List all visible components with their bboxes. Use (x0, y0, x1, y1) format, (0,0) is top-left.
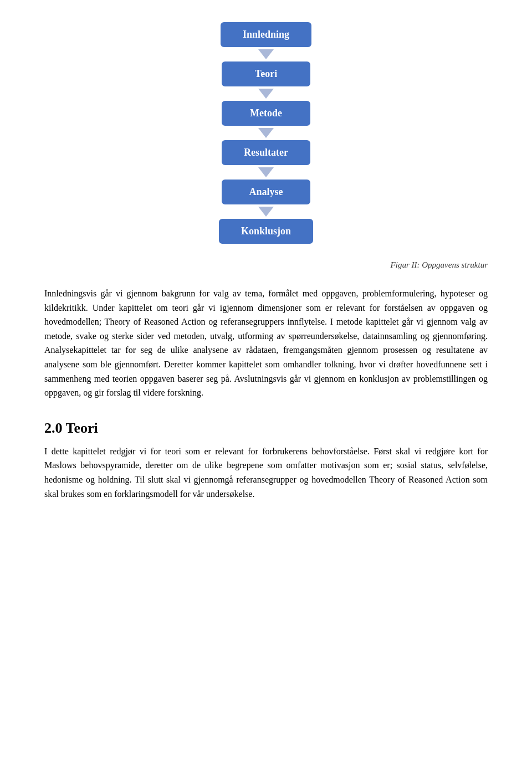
flowchart: InnledningTeoriMetodeResultaterAnalyseKo… (44, 22, 488, 244)
figure-caption: Figur II: Oppgavens struktur (44, 260, 488, 270)
flow-arrow-1 (258, 89, 274, 99)
flow-arrow-3 (258, 167, 274, 177)
intro-paragraph: Innledningsvis går vi gjennom bakgrunn f… (44, 286, 488, 400)
flow-arrow-4 (258, 207, 274, 217)
flow-arrow-2 (258, 128, 274, 138)
flow-box-0: Innledning (221, 22, 311, 47)
flow-box-4: Analyse (222, 180, 310, 204)
section-heading: 2.0 Teori (44, 420, 488, 437)
flow-box-3: Resultater (222, 140, 310, 165)
flow-box-1: Teori (222, 61, 310, 86)
section-paragraph-0: I dette kapittelet redgjør vi for teori … (44, 444, 488, 501)
flow-box-5: Konklusjon (219, 219, 313, 244)
flow-box-2: Metode (222, 101, 310, 126)
flow-arrow-0 (258, 49, 274, 59)
